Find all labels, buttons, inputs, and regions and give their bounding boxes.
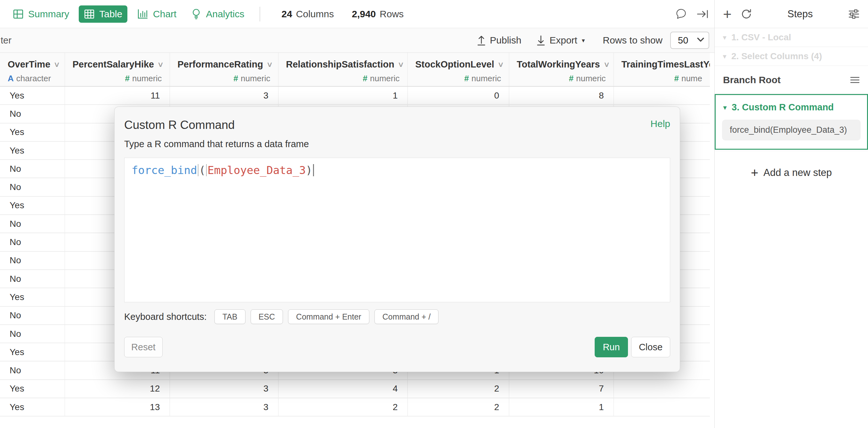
rows-per-page-select[interactable]: 50 <box>670 32 709 49</box>
sidebar-step-1[interactable]: ▾1. CSV - Local <box>715 28 868 47</box>
branch-root-row: Branch Root <box>715 66 868 94</box>
table-row: Yes123427 <box>0 380 710 398</box>
column-type-label: numeric <box>471 73 501 83</box>
chevron-down-icon[interactable]: ∨ <box>157 60 164 69</box>
chevron-down-icon[interactable]: ∨ <box>266 60 273 69</box>
tab-chart[interactable]: Chart <box>132 5 182 23</box>
column-type-label: numeric <box>576 73 606 83</box>
table-header-row: OverTime∨AcharacterPercentSalaryHike∨#nu… <box>0 53 710 86</box>
table-cell: No <box>0 105 65 123</box>
collapse-panel-icon[interactable] <box>696 8 709 20</box>
table-cell: 2 <box>407 398 509 416</box>
column-header-TotalWorkingYears[interactable]: TotalWorkingYears∨#numeric <box>509 53 614 86</box>
column-name: TrainingTimesLastYe <box>622 59 710 70</box>
rows-label: Rows <box>380 9 404 20</box>
table-cell: 2 <box>278 398 407 416</box>
export-button[interactable]: Export ▾ <box>536 35 585 46</box>
table-cell: 4 <box>278 380 407 398</box>
dialog-title: Custom R Command <box>124 118 235 132</box>
table-cell: 2 <box>407 380 509 398</box>
table-cell: 3 <box>169 86 278 105</box>
column-header-RelationshipSatisfaction[interactable]: RelationshipSatisfaction∨#numeric <box>278 53 407 86</box>
active-step-card[interactable]: ▾ 3. Custom R Command force_bind(Employe… <box>715 94 868 150</box>
hamburger-menu-icon[interactable] <box>850 76 860 84</box>
tab-analytics[interactable]: Analytics <box>186 5 249 23</box>
table-cell: 12 <box>65 380 169 398</box>
code-close-paren: ) <box>306 164 312 176</box>
add-new-step-button[interactable]: + Add a new step <box>715 166 868 179</box>
column-type-label: numeric <box>132 73 162 83</box>
code-function-token: force_bind <box>131 164 197 176</box>
table-cell: 13 <box>65 398 169 416</box>
sidebar-step-2[interactable]: ▾2. Select Columns (4) <box>715 47 868 66</box>
column-type: #numeric <box>408 73 509 84</box>
table-cell: 0 <box>407 86 509 105</box>
tab-label: Analytics <box>206 9 244 20</box>
rows-per-page-value: 50 <box>678 35 688 46</box>
table-sub-toolbar: ter Publish Export ▾ Rows to show <box>0 28 714 53</box>
caret-down-icon: ▾ <box>723 34 726 41</box>
table-cell: Yes <box>0 343 65 361</box>
table-cell: 8 <box>509 86 614 105</box>
table-cell: 1 <box>278 86 407 105</box>
caret-down-icon[interactable]: ▾ <box>723 104 726 111</box>
close-button[interactable]: Close <box>631 337 670 357</box>
reset-button[interactable]: Reset <box>124 337 163 357</box>
shortcut-key-pill: Command + / <box>374 309 439 324</box>
table-cell: Yes <box>0 380 65 398</box>
text-cursor <box>313 164 314 176</box>
shortcut-pills: TABESCCommand + EnterCommand + / <box>214 309 439 324</box>
add-step-plus-icon[interactable]: + <box>723 7 732 22</box>
run-button[interactable]: Run <box>595 337 628 357</box>
column-type: #numeric <box>170 73 278 84</box>
numeric-type-icon: # <box>464 73 469 83</box>
table-cell: No <box>0 215 65 233</box>
r-command-code-editor[interactable]: force_bind(Employee_Data_3) <box>124 158 670 302</box>
column-type-label: character <box>16 73 51 83</box>
sliders-settings-icon[interactable] <box>848 9 860 20</box>
column-name: OverTime <box>8 59 50 70</box>
help-link[interactable]: Help <box>650 118 670 129</box>
tab-summary[interactable]: Summary <box>8 5 74 23</box>
shortcut-key-pill: ESC <box>251 309 283 324</box>
column-header-PercentSalaryHike[interactable]: PercentSalaryHike∨#numeric <box>65 53 169 86</box>
table-cell: 11 <box>65 86 169 105</box>
top-toolbar: SummaryTableChartAnalytics 24 Columns 2,… <box>0 0 714 28</box>
column-header-OverTime[interactable]: OverTime∨Acharacter <box>0 53 65 86</box>
chevron-down-icon[interactable]: ∨ <box>54 60 60 69</box>
bar-chart-icon <box>137 9 149 20</box>
tab-label: Table <box>99 9 122 20</box>
rows-to-show-label: Rows to show <box>603 35 662 46</box>
numeric-type-icon: # <box>674 73 679 83</box>
chevron-down-icon[interactable]: ∨ <box>603 60 610 69</box>
steps-sidebar: + Steps ▾1. CSV - Local▾2. Select Column… <box>714 0 868 428</box>
character-type-icon: A <box>8 73 14 83</box>
table-cell: Yes <box>0 86 65 105</box>
active-step-title[interactable]: ▾ 3. Custom R Command <box>716 102 867 112</box>
numeric-type-icon: # <box>363 73 367 83</box>
comment-bubble-icon[interactable] <box>675 8 687 20</box>
subbar-right-group: Publish Export ▾ Rows to show 50 <box>476 32 714 49</box>
filter-button-cutoff[interactable]: ter <box>1 35 11 46</box>
columns-count: 24 <box>281 9 292 20</box>
active-step-code[interactable]: force_bind(Employee_Data_3) <box>722 120 861 140</box>
code-open-paren: ( <box>199 164 206 176</box>
table-cell <box>614 398 710 416</box>
columns-label: Columns <box>296 9 334 20</box>
column-header-TrainingTimesLastYe[interactable]: TrainingTimesLastYe#nume <box>614 53 710 86</box>
table-row: Yes113108 <box>0 86 710 105</box>
column-name: PerformanceRating <box>178 59 264 70</box>
table-cell: No <box>0 306 65 325</box>
column-name: PercentSalaryHike <box>73 59 154 70</box>
publish-button[interactable]: Publish <box>476 35 521 46</box>
chevron-down-icon[interactable]: ∨ <box>398 60 404 69</box>
summary-grid-icon <box>13 9 24 20</box>
table-cell: No <box>0 361 65 380</box>
column-header-PerformanceRating[interactable]: PerformanceRating∨#numeric <box>169 53 278 86</box>
chevron-down-icon[interactable]: ∨ <box>497 60 504 69</box>
dialog-footer: Reset Run Close <box>124 337 670 357</box>
dimmed-steps-list: ▾1. CSV - Local▾2. Select Columns (4) <box>715 28 868 66</box>
tab-table[interactable]: Table <box>79 5 127 23</box>
column-header-StockOptionLevel[interactable]: StockOptionLevel∨#numeric <box>407 53 509 86</box>
refresh-icon[interactable] <box>741 8 752 20</box>
